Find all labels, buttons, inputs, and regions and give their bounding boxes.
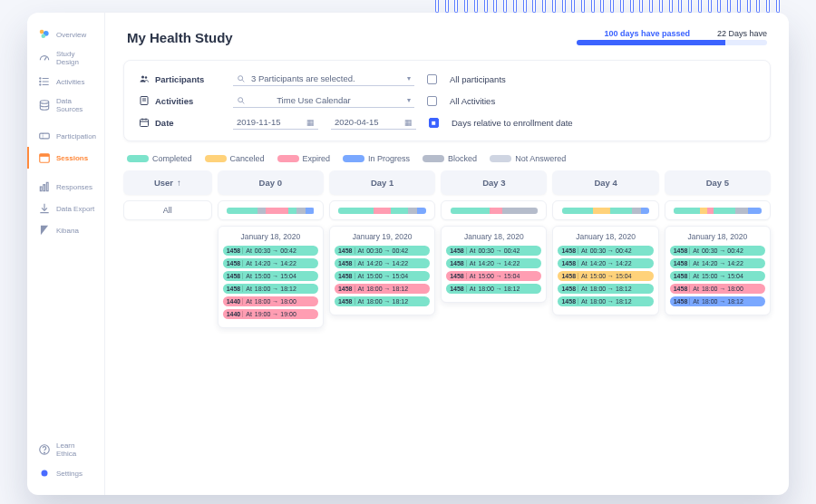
all-participants-checkbox[interactable] — [427, 74, 437, 84]
dashboard-icon — [38, 28, 51, 41]
progress: 100 days have passed 22 Days have 78% — [577, 29, 767, 45]
session-entry[interactable]: 1458At18:00 → 18:12 — [558, 284, 653, 294]
sidebar-item-settings[interactable]: Settings — [27, 462, 104, 484]
session-entry[interactable]: 1458At14:20 → 14:22 — [335, 258, 430, 268]
progress-passed: 100 days have passed — [604, 29, 690, 38]
day-column-header[interactable]: Day 1 — [329, 170, 435, 195]
all-participants-label: All participants — [450, 74, 506, 84]
session-entry[interactable]: 1458At18:00 → 18:12 — [670, 296, 765, 306]
legend-blocked: Blocked — [423, 154, 477, 163]
svg-point-7 — [40, 78, 41, 79]
page-title: My Health Study — [127, 30, 559, 45]
day-column-header[interactable]: Day 3 — [441, 170, 547, 195]
sessions-grid: User ↑ All Day 0January 18, 20201458At00… — [105, 170, 789, 341]
day-column-header[interactable]: Day 0 — [218, 170, 324, 195]
help-icon — [38, 443, 51, 456]
session-entry[interactable]: 1458At00:30 → 00:42 — [223, 246, 318, 256]
session-entry[interactable]: 1458At00:30 → 00:42 — [335, 246, 430, 256]
session-entry[interactable]: 1458At18:00 → 18:12 — [335, 284, 430, 294]
user-column-header[interactable]: User ↑ — [123, 170, 212, 195]
legend-swatch — [127, 155, 149, 162]
sidebar-item-label: Study Design — [56, 50, 95, 66]
progress-bar: 78% — [577, 40, 767, 45]
status-bar — [674, 208, 762, 214]
session-entry[interactable]: 1440At18:00 → 18:00 — [223, 296, 318, 306]
svg-point-9 — [40, 84, 41, 85]
sidebar-item-sessions[interactable]: Sessions — [27, 147, 104, 169]
status-bar — [227, 208, 315, 214]
day-column-header[interactable]: Day 4 — [552, 170, 658, 195]
session-entry[interactable]: 1458At15:00 → 15:04 — [223, 271, 318, 281]
legend-swatch — [343, 155, 364, 162]
day-card: January 18, 20201458At00:30 → 00:421458A… — [552, 226, 658, 315]
status-bar — [451, 208, 539, 214]
sidebar-item-activities[interactable]: Activities — [27, 71, 104, 92]
spiral-binding — [435, 0, 780, 16]
svg-point-19 — [44, 452, 45, 453]
date-from-input[interactable]: 2019-11-15 ▦ — [233, 115, 318, 130]
day-column-header[interactable]: Day 5 — [665, 170, 771, 195]
legend-label: Blocked — [448, 154, 477, 163]
relative-days-label: Days relative to enrollment date — [452, 118, 573, 128]
session-entry[interactable]: 1458At15:00 → 15:04 — [446, 271, 541, 281]
sidebar: OverviewStudy DesignActivitiesData Sourc… — [27, 13, 105, 495]
sidebar-item-responses[interactable]: Responses — [27, 176, 104, 198]
day-card: January 18, 20201458At00:30 → 00:421458A… — [218, 226, 324, 328]
activities-select[interactable]: Time Use Calendar ▾ — [233, 93, 414, 108]
session-entry[interactable]: 1458At15:00 → 15:04 — [558, 271, 653, 281]
all-activities-checkbox[interactable] — [427, 96, 437, 106]
header: My Health Study 100 days have passed 22 … — [105, 13, 789, 53]
session-entry[interactable]: 1458At14:20 → 14:22 — [223, 258, 318, 268]
sidebar-item-study-design[interactable]: Study Design — [27, 45, 104, 71]
svg-point-10 — [40, 101, 48, 104]
legend-label: Canceled — [230, 154, 265, 163]
legend-swatch — [277, 155, 299, 162]
session-entry[interactable]: 1458At18:00 → 18:12 — [223, 284, 318, 294]
sidebar-item-participation[interactable]: Participation — [27, 125, 104, 147]
legend-label: Expired — [303, 154, 331, 163]
session-entry[interactable]: 1458At15:00 → 15:04 — [670, 271, 765, 281]
day-card: January 19, 20201458At00:30 → 00:421458A… — [329, 226, 435, 315]
session-entry[interactable]: 1440At19:00 → 19:00 — [223, 309, 318, 319]
participants-select[interactable]: 3 Participants are selected. ▾ — [233, 72, 414, 86]
session-entry[interactable]: 1458At18:00 → 18:12 — [335, 296, 430, 306]
session-entry[interactable]: 1458At15:00 → 15:04 — [335, 271, 430, 281]
session-entry[interactable]: 1458At18:00 → 18:12 — [446, 284, 541, 294]
day-column-day1: Day 1January 19, 20201458At00:30 → 00:42… — [329, 170, 435, 328]
sidebar-item-overview[interactable]: Overview — [27, 24, 104, 45]
circle-icon — [38, 467, 51, 480]
sidebar-item-kibana[interactable]: Kibana — [27, 219, 104, 241]
sidebar-item-label: Data Export — [56, 205, 94, 213]
sort-arrow-icon: ↑ — [177, 178, 181, 188]
calendar-icon: ▦ — [306, 118, 315, 127]
sidebar-item-data-sources[interactable]: Data Sources — [27, 92, 104, 118]
user-column: User ↑ All — [123, 170, 212, 328]
search-icon — [237, 74, 246, 83]
relative-days-checkbox[interactable]: ■ — [429, 118, 439, 128]
session-entry[interactable]: 1458At00:30 → 00:42 — [670, 246, 765, 256]
day-card: January 18, 20201458At00:30 → 00:421458A… — [665, 226, 771, 315]
session-entry[interactable]: 1458At18:00 → 18:00 — [670, 284, 765, 294]
sidebar-item-data-export[interactable]: Data Export — [27, 198, 104, 219]
svg-rect-15 — [40, 187, 42, 191]
svg-rect-14 — [40, 154, 50, 157]
sidebar-item-learn-ethica[interactable]: Learn Ethica — [27, 437, 104, 462]
legend-notanswered: Not Answered — [490, 154, 566, 163]
session-entry[interactable]: 1458At00:30 → 00:42 — [558, 246, 653, 256]
session-entry[interactable]: 1458At14:20 → 14:22 — [670, 258, 765, 268]
svg-point-28 — [238, 97, 243, 102]
day-status-bar — [665, 200, 771, 220]
svg-line-24 — [242, 80, 244, 82]
legend-canceled: Canceled — [205, 154, 265, 163]
day-date: January 18, 2020 — [223, 232, 318, 241]
session-entry[interactable]: 1458At14:20 → 14:22 — [446, 258, 541, 268]
session-entry[interactable]: 1458At18:00 → 18:12 — [558, 296, 653, 306]
legend-swatch — [490, 155, 511, 162]
session-entry[interactable]: 1458At00:30 → 00:42 — [446, 246, 541, 256]
chevron-down-icon: ▾ — [407, 74, 411, 82]
kibana-icon — [38, 224, 51, 237]
sidebar-item-label: Participation — [56, 132, 96, 141]
calendar-icon: ▦ — [404, 118, 413, 127]
date-to-input[interactable]: 2020-04-15 ▦ — [331, 115, 416, 130]
session-entry[interactable]: 1458At14:20 → 14:22 — [558, 258, 653, 268]
